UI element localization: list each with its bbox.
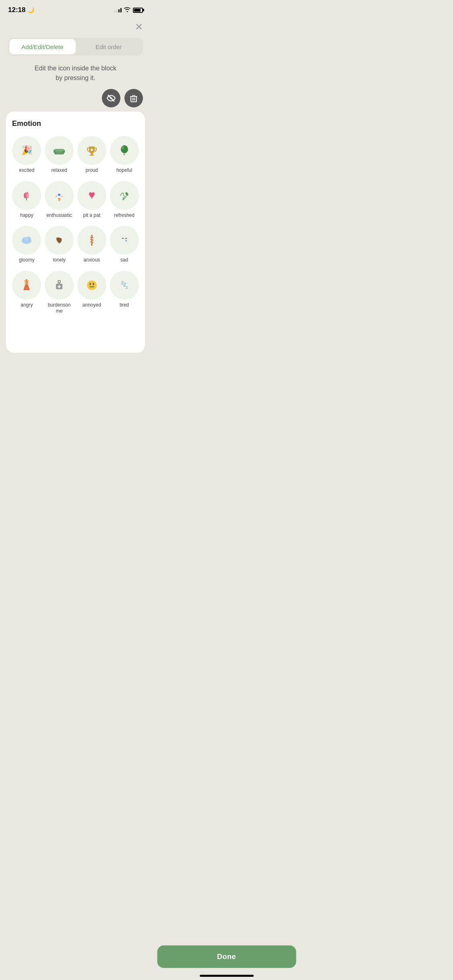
emotion-item-gloomy[interactable]: gloomy: [12, 226, 41, 264]
svg-point-29: [58, 194, 60, 196]
burdensome-label: burdenson me: [45, 302, 74, 315]
burdensome-icon: [50, 276, 68, 294]
svg-rect-17: [89, 155, 94, 156]
emotion-card: Emotion 🎉 excited: [6, 111, 145, 353]
emotion-item-happy[interactable]: happy: [12, 181, 41, 219]
emotion-circle-burdensome: [45, 271, 74, 300]
emotion-item-tired[interactable]: Z Z Z tired: [110, 271, 139, 315]
card-title: Emotion: [12, 119, 139, 128]
svg-point-47: [24, 280, 26, 282]
emotion-circle-refreshed: [110, 181, 139, 210]
emotion-circle-excited: 🎉: [12, 136, 41, 165]
emotion-item-burdensome[interactable]: burdenson me: [45, 271, 74, 315]
svg-point-30: [58, 199, 60, 201]
sad-label: sad: [120, 257, 128, 264]
emotion-item-sad[interactable]: sad: [110, 226, 139, 264]
proud-icon: ★: [83, 142, 101, 159]
emotion-circle-pit-a-pat: [77, 181, 106, 210]
relaxed-icon: [50, 142, 68, 159]
svg-point-21: [121, 145, 128, 153]
emotion-circle-lonely: [45, 226, 74, 255]
svg-point-27: [27, 194, 29, 198]
emotion-circle-hopeful: [110, 136, 139, 165]
emotion-item-proud[interactable]: ★ proud: [77, 136, 107, 174]
tired-icon: Z Z Z: [116, 276, 133, 294]
emotion-item-annoyed[interactable]: annoyed: [77, 271, 107, 315]
proud-label: proud: [86, 167, 98, 174]
emotion-item-hopeful[interactable]: hopeful: [110, 136, 139, 174]
anxious-label: anxious: [83, 257, 100, 264]
tab-add-edit-delete[interactable]: Add/Edit/Delete: [9, 39, 76, 54]
emotion-circle-enthusiastic: [45, 181, 74, 210]
tab-switcher: Add/Edit/Delete Edit order: [8, 38, 143, 56]
svg-point-57: [89, 284, 91, 285]
lonely-label: lonely: [53, 257, 65, 264]
emotion-item-enthusiastic[interactable]: enthusiastic: [45, 181, 74, 219]
emotion-circle-proud: ★: [77, 136, 106, 165]
svg-rect-14: [54, 149, 64, 151]
emotion-grid: 🎉 excited relaxed: [12, 136, 139, 315]
status-time: 12:18: [8, 6, 25, 14]
emotion-item-excited[interactable]: 🎉 excited: [12, 136, 41, 174]
emotion-item-refreshed[interactable]: refreshed: [110, 181, 139, 219]
relaxed-label: relaxed: [51, 167, 67, 174]
emotion-item-relaxed[interactable]: relaxed: [45, 136, 74, 174]
svg-point-39: [25, 237, 29, 241]
gloomy-label: gloomy: [19, 257, 35, 264]
refreshed-label: refreshed: [114, 212, 134, 219]
emotion-circle-happy: [12, 181, 41, 210]
emotion-item-lonely[interactable]: lonely: [45, 226, 74, 264]
hopeful-label: hopeful: [116, 167, 132, 174]
anxious-icon: [83, 231, 101, 249]
excited-icon: 🎉: [18, 142, 35, 159]
svg-text:Z: Z: [126, 286, 128, 290]
emotion-circle-relaxed: [45, 136, 74, 165]
excited-label: excited: [19, 167, 34, 174]
svg-point-48: [26, 279, 27, 281]
svg-point-22: [122, 146, 124, 149]
emotion-circle-sad: [110, 226, 139, 255]
pit-a-pat-label: pit a pat: [83, 212, 101, 219]
action-icons-row: [0, 89, 151, 107]
emotion-circle-anxious: [77, 226, 106, 255]
delete-icon-button[interactable]: [124, 89, 143, 107]
refreshed-icon: [116, 187, 133, 204]
hopeful-icon: [116, 142, 133, 159]
pit-a-pat-icon: [83, 187, 101, 204]
emotion-circle-annoyed: [77, 271, 106, 300]
gloomy-icon: [18, 231, 35, 249]
svg-rect-4: [132, 95, 135, 97]
svg-point-55: [87, 280, 97, 290]
angry-icon: [18, 276, 35, 294]
status-bar: 12:18 🌙: [0, 0, 151, 18]
happy-label: happy: [20, 212, 33, 219]
status-icons: [114, 7, 143, 13]
battery-icon: [133, 8, 143, 13]
tab-edit-order[interactable]: Edit order: [76, 39, 142, 54]
emotion-circle-tired: Z Z Z: [110, 271, 139, 300]
eye-slash-icon: [106, 93, 116, 103]
close-button[interactable]: ✕: [135, 22, 143, 32]
annoyed-label: annoyed: [83, 302, 101, 309]
lonely-icon: [50, 231, 68, 249]
emotion-item-anxious[interactable]: anxious: [77, 226, 107, 264]
signal-icon: [114, 8, 122, 12]
svg-rect-16: [91, 154, 93, 155]
svg-point-58: [93, 284, 94, 285]
svg-text:★: ★: [91, 148, 93, 151]
angry-label: angry: [21, 302, 33, 309]
sad-icon: [116, 231, 133, 249]
happy-icon: [18, 187, 35, 204]
enthusiastic-icon: [50, 187, 68, 204]
svg-point-45: [116, 231, 133, 249]
emotion-item-angry[interactable]: angry: [12, 271, 41, 315]
svg-point-49: [28, 280, 29, 281]
annoyed-icon: [83, 276, 101, 294]
hide-icon-button[interactable]: [102, 89, 120, 107]
wifi-icon: [124, 7, 130, 13]
emotion-circle-gloomy: [12, 226, 41, 255]
svg-point-32: [116, 187, 133, 204]
instruction-text: Edit the icon inside the blockby pressin…: [16, 64, 135, 83]
emotion-circle-angry: [12, 271, 41, 300]
emotion-item-pit-a-pat[interactable]: pit a pat: [77, 181, 107, 219]
